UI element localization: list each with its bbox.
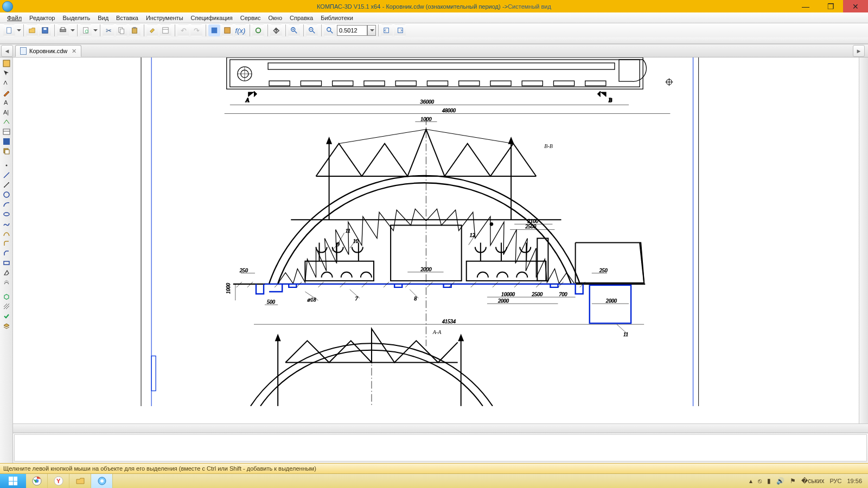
tool-layers-icon[interactable]	[1, 146, 12, 156]
tool-fillet-icon[interactable]	[1, 239, 12, 248]
horizontal-scrollbar[interactable]	[13, 423, 868, 433]
preview-button[interactable]	[80, 24, 92, 36]
taskbar-explorer-icon[interactable]	[69, 474, 91, 489]
tool-line-icon[interactable]	[1, 170, 12, 180]
tool-dimensions-icon[interactable]	[1, 78, 12, 88]
tool-rectangle-icon[interactable]	[1, 258, 12, 268]
tool-contour-icon[interactable]	[1, 268, 12, 278]
menu-libs[interactable]: Библиотеки	[317, 15, 357, 21]
tool-segment-icon[interactable]	[1, 180, 12, 190]
fx-button[interactable]: f(x)	[234, 24, 246, 36]
redo-button[interactable]: ↷	[190, 24, 202, 36]
svg-line-133	[350, 290, 360, 298]
drawing-canvas[interactable]: А В 36000 48000 1000	[13, 57, 859, 423]
properties-button[interactable]	[159, 24, 171, 36]
tool-grid-icon[interactable]	[1, 137, 12, 146]
save-button[interactable]	[39, 24, 51, 36]
format-painter-button[interactable]	[146, 24, 158, 36]
tray-flag-icon[interactable]: ⚑	[790, 477, 796, 485]
tab-label: Коровник.cdw	[29, 48, 67, 54]
tray-volume-icon[interactable]: 🔊	[776, 477, 784, 485]
bottom-panel	[13, 433, 868, 463]
tray-lang[interactable]: РУС	[829, 478, 841, 484]
menu-service[interactable]: Сервис	[237, 15, 265, 21]
tab-scroll-left[interactable]: ◄	[1, 45, 13, 57]
taskbar-kompas-icon[interactable]	[91, 474, 113, 489]
tool-bezier-icon[interactable]	[1, 229, 12, 239]
menu-view[interactable]: Вид	[94, 15, 112, 21]
tab-close-button[interactable]: ✕	[72, 48, 76, 55]
tool-cursor-icon[interactable]	[1, 68, 12, 78]
menu-spec[interactable]: Спецификация	[187, 15, 237, 21]
tray-time[interactable]: 19:56	[847, 478, 862, 484]
zoom-scale-button[interactable]	[324, 24, 336, 36]
zoom-out-button[interactable]	[306, 24, 318, 36]
window-minimize-button[interactable]: —	[793, 0, 818, 12]
paste-button[interactable]	[129, 24, 141, 36]
svg-rect-64	[459, 81, 480, 86]
zoom-prev-button[interactable]	[381, 24, 393, 36]
svg-rect-68	[585, 81, 606, 86]
taskbar-chrome-icon[interactable]	[26, 474, 48, 489]
start-button[interactable]	[0, 474, 26, 489]
new-button[interactable]	[3, 24, 15, 36]
tool-3d-icon[interactable]	[1, 292, 12, 301]
svg-text:2500: 2500	[532, 291, 542, 297]
tool-ellipse-icon[interactable]	[1, 209, 12, 219]
zoom-next-button[interactable]	[394, 24, 406, 36]
print-button[interactable]	[57, 24, 69, 36]
menu-window[interactable]: Окно	[264, 15, 286, 21]
svg-text:⌀18: ⌀18	[307, 297, 316, 303]
tool-table-icon[interactable]	[1, 127, 12, 137]
undo-button[interactable]: ↶	[177, 24, 189, 36]
tray-bt-icon[interactable]: ⎋	[758, 477, 762, 485]
menu-file[interactable]: Файл	[3, 15, 25, 21]
tray-up-icon[interactable]: ▴	[749, 477, 752, 485]
tool-layers2-icon[interactable]	[1, 321, 12, 331]
tool-text-icon[interactable]: A	[1, 98, 12, 107]
menu-help[interactable]: Справка	[286, 15, 317, 21]
tool-roughness-icon[interactable]	[1, 117, 12, 127]
tool-geometry-icon[interactable]	[1, 59, 12, 68]
svg-point-41	[4, 213, 9, 216]
vertical-scrollbar[interactable]	[859, 57, 868, 423]
tray-battery-icon[interactable]: ▮	[767, 477, 771, 485]
tool-textcursor-icon[interactable]: A|	[1, 107, 12, 117]
tool-point-icon[interactable]	[1, 160, 12, 170]
command-panel[interactable]	[14, 434, 867, 461]
svg-rect-13	[212, 28, 218, 34]
os-taskbar: Y ▴ ⎋ ▮ 🔊 ⚑ �ських РУС 19:56	[0, 473, 868, 488]
tool-verify-icon[interactable]	[1, 311, 12, 321]
svg-text:11: 11	[623, 331, 628, 337]
tool-circle-icon[interactable]	[1, 190, 12, 200]
svg-rect-60	[333, 81, 353, 86]
tray-network-icon[interactable]: �ських	[801, 477, 824, 485]
tool-arc-icon[interactable]	[1, 200, 12, 209]
zoom-dropdown-button[interactable]	[367, 25, 376, 36]
tool-spline-icon[interactable]	[1, 219, 12, 229]
taskbar-yandex-icon[interactable]: Y	[48, 474, 69, 489]
tool-chamfer-icon[interactable]	[1, 248, 12, 258]
window-restore-button[interactable]: ❐	[818, 0, 843, 12]
window-close-button[interactable]: ✕	[843, 0, 868, 12]
menu-edit[interactable]: Редактор	[25, 15, 59, 21]
zoom-in-button[interactable]	[288, 24, 300, 36]
tab-scroll-right[interactable]: ►	[853, 45, 865, 57]
cut-button[interactable]: ✂	[103, 24, 114, 36]
manager-button[interactable]	[208, 24, 220, 36]
toolbar-handle-row[interactable]	[0, 37, 868, 44]
variables-button[interactable]	[221, 24, 233, 36]
copy-button[interactable]	[116, 24, 127, 36]
menu-select[interactable]: Выделить	[59, 15, 94, 21]
help-context-button[interactable]: ⯑	[270, 24, 282, 36]
tool-hatch-icon[interactable]	[1, 301, 12, 311]
document-tab[interactable]: Коровник.cdw ✕	[15, 45, 81, 57]
svg-rect-162	[151, 356, 156, 390]
menu-tools[interactable]: Инструменты	[142, 15, 187, 21]
zoom-value-input[interactable]	[337, 25, 367, 36]
tool-offset-icon[interactable]	[1, 278, 12, 287]
tool-pen-icon[interactable]	[1, 88, 12, 98]
menu-insert[interactable]: Вставка	[112, 15, 142, 21]
refresh-all-button[interactable]	[252, 24, 264, 36]
open-button[interactable]	[26, 24, 38, 36]
